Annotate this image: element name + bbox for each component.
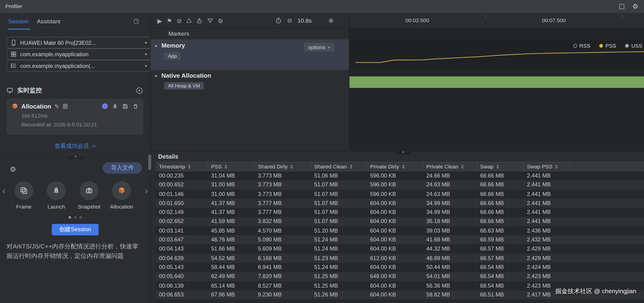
dump-icon[interactable] bbox=[196, 18, 202, 24]
app-selector[interactable]: com.example.myapplication ▾ bbox=[6, 48, 151, 60]
table-cell: 00:06.653 bbox=[156, 290, 208, 300]
tool-snapshot-label: Snapshot bbox=[73, 204, 105, 210]
device-selector[interactable]: HUAWEI Mate 60 Pro[23E02... ▾ bbox=[6, 37, 151, 48]
table-cell: 00:05.143 bbox=[156, 263, 208, 272]
tool-launch[interactable]: Launch bbox=[40, 181, 72, 210]
toolbar-settings-gear-icon[interactable]: ⚙ bbox=[218, 18, 223, 24]
filter-icon[interactable] bbox=[207, 18, 213, 24]
tool-snapshot[interactable]: Snapshot bbox=[73, 181, 105, 210]
timeline-ruler[interactable]: 00:02.500 00:07.500 bbox=[349, 13, 644, 28]
tab-assistant[interactable]: Assistant bbox=[37, 18, 60, 24]
table-cell: 00:03.141 bbox=[156, 226, 208, 235]
play-icon[interactable]: ▶ bbox=[157, 18, 162, 24]
table-cell-filler bbox=[570, 244, 644, 254]
table-cell: 3.773 MB bbox=[255, 190, 311, 199]
run-circle-icon[interactable] bbox=[136, 87, 143, 94]
table-cell: 68.57 MB bbox=[477, 244, 524, 254]
panel-splitter-handle[interactable] bbox=[148, 154, 151, 170]
column-header-pss[interactable]: PSS bbox=[208, 162, 255, 171]
column-header-shared-dirty[interactable]: Shared Dirty bbox=[255, 162, 311, 171]
expand-arrow-icon[interactable]: ▸ bbox=[155, 43, 158, 48]
sort-icon bbox=[290, 164, 293, 169]
column-header-timestamp[interactable]: Timestamp bbox=[156, 162, 208, 171]
garbage-collect-icon[interactable]: ♺ bbox=[186, 18, 192, 24]
sidebar-settings-gear-icon[interactable]: ⚙ bbox=[10, 165, 16, 174]
monitor-section-title: 实时监控 bbox=[17, 86, 42, 94]
delete-trash-icon[interactable] bbox=[133, 103, 138, 109]
table-cell: 648.00 KB bbox=[367, 272, 423, 281]
table-row[interactable]: 00:04.63954.52 MB6.168 MB51.23 MB612.00 … bbox=[156, 254, 644, 263]
edit-pencil-icon[interactable]: ✎ bbox=[54, 103, 59, 110]
native-allocation-bar[interactable] bbox=[349, 76, 644, 88]
stop-record-icon[interactable]: ⊘ bbox=[176, 18, 182, 24]
pagination-dot[interactable] bbox=[79, 216, 82, 218]
memory-track-header[interactable]: ▸ Memory App options ▾ bbox=[151, 40, 349, 70]
marker-flag-icon[interactable]: ⚑ bbox=[166, 18, 172, 24]
launch-rocket-icon[interactable] bbox=[112, 103, 118, 109]
pagination-dot[interactable] bbox=[74, 216, 76, 218]
restore-window-button[interactable] bbox=[619, 4, 624, 9]
details-collapse-handle[interactable]: ▾ bbox=[395, 151, 412, 155]
create-session-button[interactable]: 创建Session bbox=[52, 224, 98, 235]
memory-options-button[interactable]: options ▾ bbox=[304, 43, 334, 52]
note-icon[interactable] bbox=[62, 103, 68, 109]
history-clock-icon[interactable] bbox=[133, 18, 140, 24]
legend-uss[interactable]: USS bbox=[625, 43, 642, 49]
legend-rss-label: RSS bbox=[580, 43, 590, 49]
column-header-private-dirty[interactable]: Private Dirty bbox=[367, 162, 423, 171]
details-panel: ▾ Details TimestampPSSShared DirtyShared… bbox=[151, 151, 644, 303]
table-row[interactable]: 00:02.14841.37 MB3.777 MB51.07 MB604.00 … bbox=[156, 208, 644, 217]
table-cell: 68.66 MB bbox=[477, 217, 524, 226]
table-row[interactable]: 00:03.64748.76 MB5.090 MB51.24 MB604.00 … bbox=[156, 235, 644, 244]
chevron-down-icon: ▾ bbox=[145, 52, 147, 57]
carousel-prev-icon[interactable]: ‹ bbox=[2, 186, 6, 196]
table-row[interactable]: 00:03.14145.85 MB4.570 MB51.20 MB604.00 … bbox=[156, 226, 644, 235]
tab-session[interactable]: Session bbox=[8, 18, 29, 24]
table-row[interactable]: 00:00.23531.04 MB3.773 MB51.06 MB596.00 … bbox=[156, 171, 644, 180]
table-cell: 68.63 MB bbox=[477, 226, 524, 235]
rss-dot-icon bbox=[573, 44, 577, 48]
column-header-private-clean[interactable]: Private Clean bbox=[423, 162, 477, 171]
carousel-next-icon[interactable]: › bbox=[145, 186, 148, 196]
markers-row[interactable]: Markers bbox=[151, 28, 349, 40]
table-row[interactable]: 00:01.65041.37 MB3.777 MB51.07 MB604.00 … bbox=[156, 199, 644, 208]
table-cell: 51.07 MB bbox=[311, 180, 367, 190]
app-selector-value: com.example.myapplication bbox=[20, 51, 141, 57]
table-cell: 00:01.650 bbox=[156, 199, 208, 208]
settings-gear-icon[interactable]: ⚙ bbox=[632, 3, 638, 10]
table-row[interactable]: 00:04.14351.66 MB5.609 MB51.24 MB604.00 … bbox=[156, 244, 644, 254]
table-row[interactable]: 00:02.65241.59 MB3.832 MB51.07 MB604.00 … bbox=[156, 217, 644, 226]
table-row[interactable]: 00:00.65231.00 MB3.773 MB51.07 MB596.00 … bbox=[156, 180, 644, 190]
tool-allocation[interactable]: Allocation bbox=[106, 181, 138, 210]
chevron-down-icon: ▾ bbox=[145, 40, 147, 46]
timer-icon[interactable] bbox=[275, 17, 282, 24]
expand-arrow-icon[interactable]: ▸ bbox=[155, 73, 158, 78]
column-header-swap-pss[interactable]: Swap PSS bbox=[524, 162, 570, 171]
sidebar-collapse-handle[interactable]: ▾ bbox=[66, 154, 86, 160]
tool-frame[interactable]: Frame bbox=[8, 181, 40, 210]
save-icon[interactable] bbox=[122, 103, 128, 109]
column-header-swap[interactable]: Swap bbox=[477, 162, 524, 171]
memory-chart-lane[interactable]: RSS PSS USS bbox=[349, 40, 644, 70]
column-header-shared-clean[interactable]: Shared Clean bbox=[311, 162, 367, 171]
tool-launch-label: Launch bbox=[40, 204, 72, 210]
legend-pss[interactable]: PSS bbox=[599, 43, 616, 49]
table-row[interactable]: 00:05.64062.49 MB7.820 MB51.25 MB648.00 … bbox=[156, 272, 644, 281]
pagination-dot[interactable] bbox=[68, 216, 71, 218]
view-success-sessions-link[interactable]: 查看成功会话 -> bbox=[0, 142, 150, 150]
native-allocation-track-header[interactable]: ▸ Native Allocation All Heap & VM bbox=[151, 70, 349, 92]
legend-rss[interactable]: RSS bbox=[573, 43, 590, 49]
table-cell: 51.66 MB bbox=[208, 244, 255, 254]
table-cell: 3.832 MB bbox=[255, 217, 311, 226]
table-cell: 8.527 MB bbox=[255, 281, 311, 290]
table-row[interactable]: 00:01.14631.00 MB3.773 MB51.07 MB596.00 … bbox=[156, 190, 644, 199]
zoom-out-button[interactable]: ⊖ bbox=[287, 17, 292, 24]
details-table-body: 00:00.23531.04 MB3.773 MB51.06 MB596.00 … bbox=[156, 171, 644, 300]
table-row[interactable]: 00:05.14358.44 MB6.941 MB51.24 MB604.00 … bbox=[156, 263, 644, 272]
zoom-in-button[interactable]: ⊕ bbox=[328, 17, 334, 24]
import-file-button[interactable]: 导入文件 bbox=[103, 162, 142, 174]
table-cell: 604.00 KB bbox=[367, 235, 423, 244]
session-card[interactable]: Allocation ✎ 10s bbox=[6, 99, 143, 135]
process-selector[interactable]: com.example.myapplication(... ▾ bbox=[6, 60, 151, 72]
record-indicator-icon[interactable] bbox=[102, 104, 108, 109]
